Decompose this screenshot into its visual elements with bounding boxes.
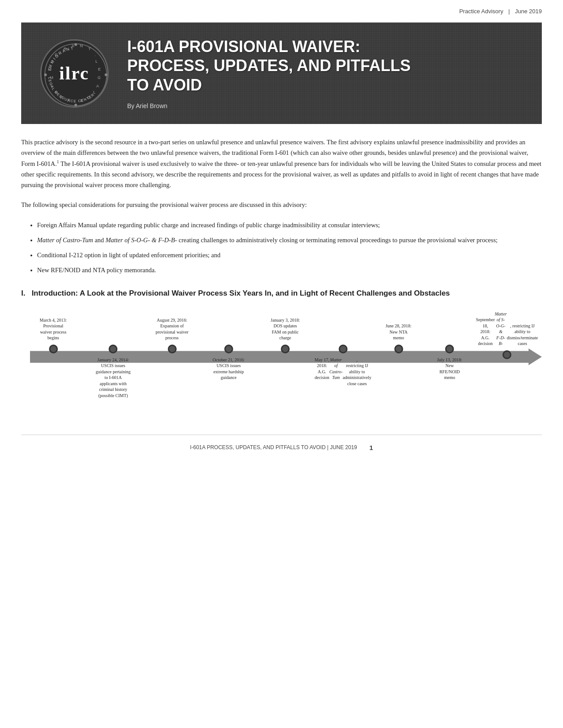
svg-text:E: E [80,98,83,103]
main-content: This practice advisory is the second res… [0,124,563,435]
special-considerations-list: Foreign Affairs Manual update regarding … [21,220,542,276]
svg-text:I: I [51,84,53,88]
timeline-event-5: January 3, 2018:DOS updatesFAM on public… [263,311,307,402]
svg-text:R: R [64,47,67,51]
footer-center-text: I-601A PROCESS, UPDATES, AND PITFALLS TO… [190,444,357,450]
intro-paragraph-1: This practice advisory is the second res… [21,137,542,190]
timeline-dot-7 [394,345,403,353]
timeline-event-8: July 13, 2018:NewRFE/NOIDmemo [431,311,469,402]
svg-text:N: N [80,44,83,48]
svg-text:G: G [55,90,58,94]
timeline-event-3: August 29, 2016:Expansion ofprovisional … [150,311,194,402]
intro-paragraph-2: The following special considerations for… [21,200,542,210]
svg-point-1 [74,43,77,46]
timeline-dot-5 [281,345,290,353]
list-item-1: Foreign Affairs Manual update regarding … [37,220,542,231]
timeline-event-9-label-top: September 18,2018: A.G. decisionMatter o… [476,311,538,347]
list-item-4: New RFE/NOID and NTA policy memoranda. [37,265,542,276]
timeline-dot-9 [503,350,511,359]
section-number: I. [21,289,25,297]
timeline-event-9: September 18,2018: A.G. decisionMatter o… [481,311,533,402]
svg-text:T: T [88,47,91,51]
svg-text:·: · [74,100,75,104]
timeline-event-4: October 21, 2016:USCIS issuesextreme har… [207,311,251,402]
svg-text:G: G [98,75,101,80]
page-footer: I-601A PROCESS, UPDATES, AND PITFALLS TO… [21,435,542,460]
svg-text:A: A [72,44,74,48]
page-header: Practice Advisory | June 2019 [0,0,563,15]
timeline-events-row: March 4, 2013:Provisionalwaiver processb… [26,311,537,402]
hero-banner: IMMIGRANT LEGAL RESOURCE CENTER G R A N … [21,23,542,124]
svg-text:M: M [50,75,53,80]
header-date: June 2019 [515,8,542,15]
svg-text:E: E [98,67,101,71]
timeline-dot-2 [109,345,117,353]
timeline-event-5-label-top: January 3, 2018:DOS updatesFAM on public… [271,311,300,341]
svg-text:.: . [94,53,96,57]
timeline-event-1: March 4, 2013:Provisionalwaiver processb… [30,311,76,402]
header-label: Practice Advisory [459,8,503,15]
timeline-event-8-label-bottom: July 13, 2018:NewRFE/NOIDmemo [437,357,462,397]
svg-text:G: G [55,53,58,57]
svg-text:A: A [96,84,99,88]
svg-point-4 [105,73,107,76]
svg-text:M: M [48,67,52,71]
timeline-dot-4 [224,345,233,353]
timeline-event-6-label-bottom: May 17, 2018:A.G. decisionMatter ofCastr… [314,357,371,397]
timeline-dot-6 [339,345,348,353]
svg-text:C: C [87,95,91,100]
timeline-event-4-label-bottom: October 21, 2016:USCIS issuesextreme har… [213,357,245,397]
logo-circle: IMMIGRANT LEGAL RESOURCE CENTER G R A N … [40,39,109,108]
svg-text:A: A [67,98,70,103]
section-heading: I. Introduction: A Look at the Provision… [21,288,542,299]
timeline-dot-8 [445,345,454,353]
timeline-event-2-label-bottom: January 24, 2014:USCIS issuesguidance pe… [96,357,131,399]
svg-point-3 [44,73,47,76]
hero-title: I-601A PROVISIONAL WAIVER: PROCESS, UPDA… [127,37,529,94]
footer-page-number: 1 [370,444,373,451]
timeline: March 4, 2013:Provisionalwaiver processb… [21,311,542,408]
timeline-dot-1 [49,345,58,353]
svg-text:I: I [51,59,53,64]
list-item-2: Matter of Castro-Tum and Matter of S-O-G… [37,235,542,246]
timeline-event-7: June 28, 2018:New NTAmemo [379,311,419,402]
hero-author: By Ariel Brown [127,102,529,109]
logo-section: IMMIGRANT LEGAL RESOURCE CENTER G R A N … [34,39,114,108]
svg-text:L: L [93,90,95,94]
hero-title-section: I-601A PROVISIONAL WAIVER: PROCESS, UPDA… [114,37,529,109]
timeline-event-7-label-top: June 28, 2018:New NTAmemo [385,311,412,341]
timeline-event-6: May 17, 2018:A.G. decisionMatter ofCastr… [320,311,366,402]
timeline-event-1-label-top: March 4, 2013:Provisionalwaiver processb… [40,311,67,341]
timeline-event-2: January 24, 2014:USCIS issuesguidance pe… [89,311,137,402]
timeline-dot-3 [168,345,177,353]
header-separator: | [507,8,512,15]
list-item-3: Conditional I-212 option in light of upd… [37,250,542,261]
logo-ring-svg: IMMIGRANT LEGAL RESOURCE CENTER G R A N … [42,41,110,109]
svg-point-0 [45,44,106,105]
section-title: Introduction: A Look at the Provisional … [32,289,450,297]
svg-text:L: L [95,59,98,64]
timeline-event-3-label-top: August 29, 2016:Expansion ofprovisional … [155,311,189,341]
svg-text:R: R [60,95,63,100]
